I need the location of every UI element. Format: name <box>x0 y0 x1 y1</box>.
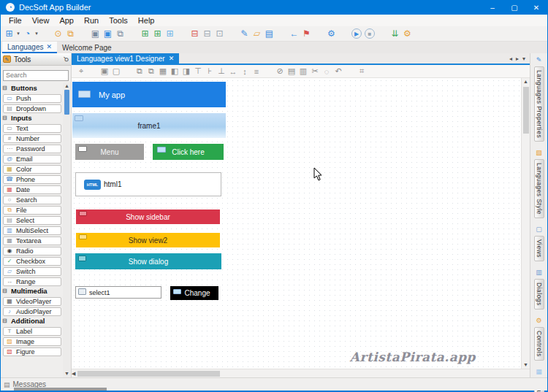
canvas-select1-control[interactable]: select1 <box>75 286 161 299</box>
tool-category-inputs[interactable]: ⊟ Inputs <box>2 113 62 123</box>
recent-projects-icon[interactable]: ◔ <box>21 28 34 40</box>
tool-item-number[interactable]: # Number <box>3 134 61 143</box>
toolbar-icon[interactable] <box>77 28 89 40</box>
save-as-icon[interactable]: ▣ <box>102 28 114 40</box>
toolbar-icon[interactable] <box>275 28 288 40</box>
languages-flags-icon[interactable]: ⚑ <box>300 28 313 40</box>
tool-category-buttons[interactable]: ⊟ Buttons <box>2 83 62 93</box>
align-bottom-icon[interactable]: ⊥ <box>216 66 227 76</box>
tab-welcome-page[interactable]: Welcome Page <box>57 42 117 53</box>
toolbar-icon[interactable] <box>226 28 238 40</box>
align-middle-icon[interactable]: ⊦ <box>204 66 216 76</box>
tool-category-multimedia[interactable]: ⊟ Multimedia <box>2 286 62 296</box>
distribute-icon[interactable]: ≡ <box>251 67 262 76</box>
vertical-scrollbar-thumb[interactable] <box>523 87 529 134</box>
unlock-icon[interactable]: ▢ <box>110 66 122 76</box>
tools-search-input[interactable] <box>3 70 69 81</box>
add-view-icon[interactable]: ⊞ <box>139 28 151 40</box>
tool-item-dropdown[interactable]: ▤ Dropdown <box>3 104 61 113</box>
tool-item-password[interactable]: ⋯ Password <box>3 145 61 153</box>
add-frame-icon[interactable]: ⊞ <box>164 28 176 40</box>
canvas-menu-button[interactable]: Menu <box>75 144 144 160</box>
canvas-change-button[interactable]: Change <box>170 286 218 300</box>
toolbar-icon[interactable] <box>313 28 325 40</box>
tab-list-icon[interactable]: ▾ <box>522 55 525 62</box>
size-icon[interactable]: ▦ <box>157 66 169 76</box>
scroll-up-icon[interactable]: ▲ <box>64 82 69 90</box>
menu-item[interactable]: View <box>27 15 55 26</box>
scroll-left-icon[interactable]: ◀ <box>72 370 75 377</box>
designer-tab-close-icon[interactable]: ✕ <box>169 55 175 62</box>
bring-to-front-icon[interactable]: ⧉ <box>134 66 145 76</box>
canvas-html1-control[interactable]: HTML html1 <box>75 172 221 196</box>
tab-scroll-right-icon[interactable]: ▸ <box>516 55 519 62</box>
canvas-show-sidebar-button[interactable]: Show sidebar <box>76 210 220 224</box>
zoom-level-icon[interactable]: ⌗ <box>356 66 368 76</box>
tool-item-search[interactable]: ○ Search <box>3 196 61 204</box>
remove-view-icon[interactable]: ⊟ <box>189 28 201 40</box>
minimize-button[interactable]: – <box>482 0 503 15</box>
scroll-down-icon[interactable]: ▼ <box>523 361 528 369</box>
menu-item[interactable]: App <box>54 15 79 26</box>
new-project-icon[interactable]: ⊞ <box>3 28 15 40</box>
tab-scroll-left-icon[interactable]: ◂ <box>509 55 512 62</box>
remove-dialog-icon[interactable]: ⊟ <box>201 28 213 40</box>
align-top-icon[interactable]: ⊤ <box>192 66 204 76</box>
maximize-button[interactable]: ▢ <box>503 0 525 15</box>
tool-item-videoplayer[interactable]: ▦ VideoPlayer <box>3 297 61 306</box>
select-mode-icon[interactable]: ⌖ <box>75 66 87 76</box>
edit-view-icon[interactable]: ✎ <box>238 28 251 40</box>
tool-item-push[interactable]: ▭ Push <box>3 94 61 103</box>
toolbar-icon[interactable] <box>376 28 389 40</box>
menu-item[interactable]: Tools <box>104 15 133 26</box>
tool-item-range[interactable]: ↔ Range <box>3 277 61 286</box>
find-project-icon[interactable]: ⊙ <box>52 28 64 40</box>
side-tab-views[interactable]: ▢ Views <box>534 225 544 261</box>
tool-item-select[interactable]: ▤ Select <box>3 216 61 225</box>
compile-app-icon[interactable]: ⇊ <box>389 28 401 40</box>
projects-folder-icon[interactable]: ⧉ <box>64 28 77 40</box>
tool-item-email[interactable]: @ Email <box>3 155 61 164</box>
menu-item[interactable]: Run <box>79 15 104 26</box>
lasso-icon[interactable]: ◌ <box>321 67 332 76</box>
run-app-icon[interactable]: ▶ <box>351 28 362 39</box>
toolbar-icon[interactable] <box>126 28 139 40</box>
tool-item-checkbox[interactable]: ✓ Checkbox <box>3 257 61 266</box>
tool-category-additional[interactable]: ⊟ Additional <box>2 316 62 326</box>
canvas-app-header[interactable]: My app <box>72 82 226 107</box>
canvas-click-here-button[interactable]: Click here <box>153 144 224 160</box>
add-dialog-icon[interactable]: ⊞ <box>151 28 164 40</box>
tool-item-audioplayer[interactable]: ♪ AudioPlayer <box>3 307 61 316</box>
tab-languages-view1-designer[interactable]: Languages view1 Designer ✕ <box>72 53 179 64</box>
align-right-icon[interactable]: ◨ <box>180 66 192 76</box>
app-settings-icon[interactable]: ⚙ <box>401 28 414 40</box>
recent-dropdown-icon[interactable]: ▾ <box>34 28 39 40</box>
horizontal-scrollbar-thumb[interactable] <box>77 371 220 377</box>
send-to-back-icon[interactable]: ⧉ <box>145 66 157 76</box>
paste-icon[interactable]: ▤ <box>286 66 297 76</box>
open-folder-icon[interactable]: ▱ <box>251 28 263 40</box>
side-tab-dialogs[interactable]: ▥ Dialogs <box>534 268 544 310</box>
canvas-frame1[interactable]: frame1 <box>72 113 226 138</box>
project-notes-icon[interactable]: ▤ <box>263 28 275 40</box>
import-files-icon[interactable]: ← <box>288 28 300 40</box>
tool-item-radio[interactable]: ◉ Radio <box>3 247 61 255</box>
new-project-dropdown-icon[interactable]: ▾ <box>15 28 21 40</box>
tool-item-text[interactable]: ▭ Text <box>3 124 61 133</box>
tab-close-icon[interactable]: ✕ <box>47 43 53 50</box>
toolbar-icon[interactable] <box>39 28 52 40</box>
stop-app-icon[interactable]: ■ <box>365 28 375 39</box>
app-options-icon[interactable]: ⚙ <box>325 28 338 40</box>
toolbar-icon[interactable] <box>176 28 189 40</box>
tools-scrollbar-thumb[interactable] <box>64 90 69 115</box>
scroll-down-icon[interactable]: ▼ <box>64 370 69 377</box>
remove-frame-icon[interactable]: ⊡ <box>213 28 226 40</box>
canvas-horizontal-scrollbar[interactable]: ◀ <box>72 369 530 377</box>
same-height-icon[interactable]: ↕ <box>239 67 251 76</box>
menu-item[interactable]: File <box>4 15 27 26</box>
canvas-vertical-scrollbar[interactable]: ▲ ▼ <box>521 78 530 369</box>
canvas-show-dialog-button[interactable]: Show dialog <box>75 253 221 269</box>
lock-icon[interactable]: ▣ <box>99 66 110 76</box>
align-left-icon[interactable]: ◧ <box>169 66 180 76</box>
tool-item-image[interactable]: ▨ Image <box>3 337 61 346</box>
